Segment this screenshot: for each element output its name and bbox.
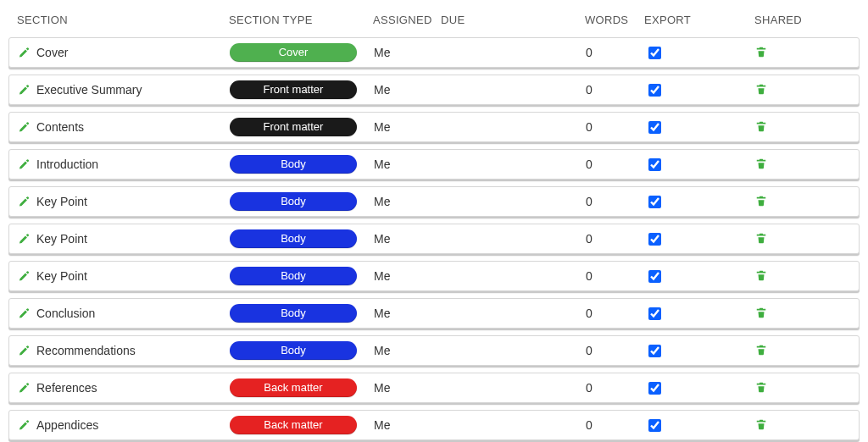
table-row: AppendicesBack matterMe0 [8,410,860,440]
export-checkbox[interactable] [648,84,661,97]
trash-icon[interactable] [755,46,767,58]
edit-icon[interactable] [18,121,30,133]
header-shared: SHARED [754,14,851,26]
section-name[interactable]: References [36,381,97,395]
section-type-pill[interactable]: Body [230,304,357,323]
export-checkbox[interactable] [648,233,661,246]
words-cell: 0 [586,307,645,320]
section-name[interactable]: Executive Summary [36,83,142,97]
words-cell: 0 [586,344,645,357]
header-due: DUE [441,14,585,26]
table-row: Key PointBodyMe0 [8,261,860,291]
words-cell: 0 [586,381,645,395]
trash-icon[interactable] [755,344,767,356]
assigned-cell: Me [374,46,442,59]
words-cell: 0 [586,232,645,246]
trash-icon[interactable] [755,232,767,244]
assigned-cell: Me [374,307,442,320]
edit-icon[interactable] [18,158,30,170]
section-type-pill[interactable]: Front matter [230,118,357,136]
table-row: IntroductionBodyMe0 [8,149,860,180]
export-checkbox[interactable] [648,270,661,283]
header-export: EXPORT [644,14,754,26]
export-checkbox[interactable] [648,307,661,320]
edit-icon[interactable] [18,270,30,282]
table-row: Key PointBodyMe0 [8,186,860,217]
table-row: CoverCoverMe0 [8,37,860,68]
words-cell: 0 [586,120,645,134]
section-name[interactable]: Conclusion [36,307,95,320]
table-row: ConclusionBodyMe0 [8,298,860,329]
section-name[interactable]: Appendices [36,418,98,432]
trash-icon[interactable] [755,381,767,393]
export-checkbox[interactable] [648,345,661,357]
section-name[interactable]: Recommendations [36,344,136,357]
section-name[interactable]: Cover [36,46,68,59]
section-type-pill[interactable]: Body [230,155,357,174]
words-cell: 0 [586,157,645,171]
table-row: Key PointBodyMe0 [8,224,860,254]
words-cell: 0 [586,418,645,432]
section-type-pill[interactable]: Body [230,341,357,360]
words-cell: 0 [586,83,645,97]
edit-icon[interactable] [18,345,30,356]
section-name[interactable]: Key Point [36,232,87,246]
table-row: RecommendationsBodyMe0 [8,335,860,366]
section-type-pill[interactable]: Front matter [230,80,357,99]
section-name[interactable]: Key Point [36,269,87,283]
words-cell: 0 [586,195,645,208]
assigned-cell: Me [374,232,442,246]
trash-icon[interactable] [755,120,767,132]
assigned-cell: Me [374,269,442,283]
section-type-pill[interactable]: Back matter [230,378,357,397]
edit-icon[interactable] [18,47,30,58]
trash-icon[interactable] [755,195,767,207]
trash-icon[interactable] [755,307,767,318]
export-checkbox[interactable] [648,196,661,208]
assigned-cell: Me [374,120,442,134]
header-section-type: SECTION TYPE [229,14,373,26]
words-cell: 0 [586,269,645,283]
export-checkbox[interactable] [648,158,661,171]
section-type-pill[interactable]: Body [230,192,357,211]
section-name[interactable]: Key Point [36,195,87,208]
header-section: SECTION [17,14,229,26]
words-cell: 0 [586,46,645,59]
trash-icon[interactable] [755,269,767,281]
table-row: Executive SummaryFront matterMe0 [8,75,860,105]
trash-icon[interactable] [755,157,767,169]
export-checkbox[interactable] [648,382,661,395]
edit-icon[interactable] [18,84,30,96]
edit-icon[interactable] [18,382,30,394]
header-words: WORDS [585,14,644,26]
export-checkbox[interactable] [648,121,661,134]
table-row: ReferencesBack matterMe0 [8,373,860,403]
assigned-cell: Me [374,157,442,171]
section-type-pill[interactable]: Body [230,267,357,285]
export-checkbox[interactable] [648,419,661,432]
edit-icon[interactable] [18,196,30,207]
section-type-pill[interactable]: Body [230,229,357,248]
section-name[interactable]: Introduction [36,157,98,171]
edit-icon[interactable] [18,307,30,319]
assigned-cell: Me [374,381,442,395]
section-type-pill[interactable]: Cover [230,43,357,62]
export-checkbox[interactable] [648,47,661,59]
assigned-cell: Me [374,83,442,97]
section-name[interactable]: Contents [36,120,84,134]
table-header: SECTION SECTION TYPE ASSIGNED DUE WORDS … [8,7,860,32]
assigned-cell: Me [374,418,442,432]
header-assigned: ASSIGNED [373,14,441,26]
table-row: ContentsFront matterMe0 [8,112,860,142]
assigned-cell: Me [374,344,442,357]
trash-icon[interactable] [755,83,767,95]
section-type-pill[interactable]: Back matter [230,416,357,434]
trash-icon[interactable] [755,418,767,430]
edit-icon[interactable] [18,233,30,245]
edit-icon[interactable] [18,419,30,431]
assigned-cell: Me [374,195,442,208]
